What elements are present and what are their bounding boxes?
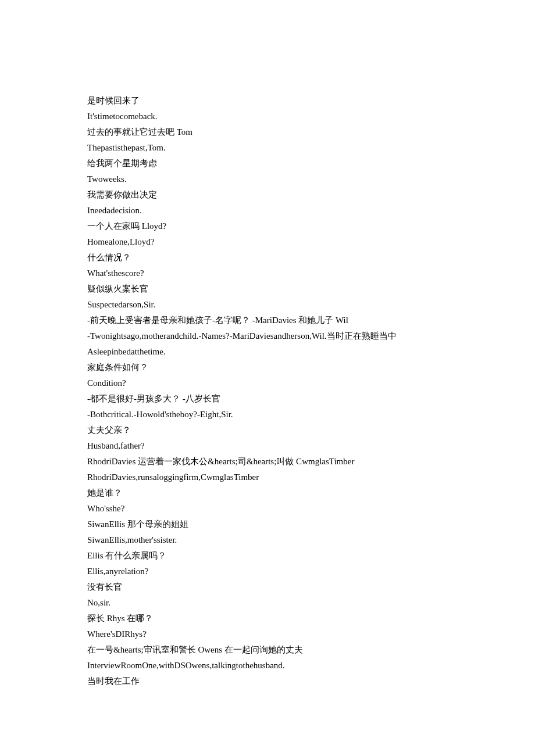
subtitle-line: What'sthescore? bbox=[87, 266, 448, 281]
subtitle-line: 丈夫父亲？ bbox=[87, 422, 448, 438]
subtitle-line: 过去的事就让它过去吧 Tom bbox=[87, 124, 448, 140]
subtitle-line: It'stimetocomeback. bbox=[87, 109, 448, 124]
subtitle-line: 我需要你做出决定 bbox=[87, 187, 448, 203]
subtitle-line: RhodriDavies 运营着一家伐木公&hearts;司&hearts;叫做… bbox=[87, 454, 448, 470]
subtitle-line: 当时我在工作 bbox=[87, 673, 448, 689]
subtitle-line: -前天晚上受害者是母亲和她孩子-名字呢？ -MariDavies 和她儿子 Wi… bbox=[87, 313, 448, 328]
subtitle-line: 探长 Rhys 在哪？ bbox=[87, 611, 448, 626]
subtitle-line: -Twonightsago,motherandchild.-Names?-Mar… bbox=[87, 328, 448, 344]
subtitle-line: No,sir. bbox=[87, 595, 448, 611]
subtitle-line: SiwanEllis,mother'ssister. bbox=[87, 532, 448, 548]
subtitle-line: Ineedadecision. bbox=[87, 203, 448, 218]
subtitle-line: InterviewRoomOne,withDSOwens,talkingtoth… bbox=[87, 658, 448, 673]
document-page: 是时候回来了It'stimetocomeback.过去的事就让它过去吧 TomT… bbox=[0, 0, 535, 736]
subtitle-line: Husband,father? bbox=[87, 438, 448, 454]
subtitle-line: Twoweeks. bbox=[87, 171, 448, 187]
subtitle-line: -都不是很好-男孩多大？ -八岁长官 bbox=[87, 391, 448, 407]
subtitle-line: 在一号&hearts;审讯室和警长 Owens 在一起问询她的丈夫 bbox=[87, 642, 448, 658]
subtitle-line: Condition? bbox=[87, 375, 448, 391]
subtitle-line: Thepastisthepast,Tom. bbox=[87, 140, 448, 156]
subtitle-line: Who'sshe? bbox=[87, 501, 448, 517]
subtitle-line: 什么情况？ bbox=[87, 250, 448, 266]
subtitle-line: 她是谁？ bbox=[87, 485, 448, 501]
subtitle-line: 是时候回来了 bbox=[87, 93, 448, 109]
subtitle-line: Asleepinbedatthetime. bbox=[87, 344, 448, 360]
subtitle-line: Where'sDIRhys? bbox=[87, 626, 448, 642]
subtitle-line: Ellis,anyrelation? bbox=[87, 564, 448, 579]
subtitle-line: Suspectedarson,Sir. bbox=[87, 297, 448, 313]
subtitle-line: -Bothcritical.-Howold'stheboy?-Eight,Sir… bbox=[87, 407, 448, 422]
subtitle-line: RhodriDavies,runsaloggingfirm,CwmglasTim… bbox=[87, 470, 448, 485]
subtitle-line: 疑似纵火案长官 bbox=[87, 281, 448, 297]
subtitle-line: 给我两个星期考虑 bbox=[87, 156, 448, 171]
subtitle-line: SiwanEllis 那个母亲的姐姐 bbox=[87, 517, 448, 532]
subtitle-line: Ellis 有什么亲属吗？ bbox=[87, 548, 448, 564]
subtitle-line: Homealone,Lloyd? bbox=[87, 234, 448, 250]
subtitle-line: 家庭条件如何？ bbox=[87, 360, 448, 375]
subtitle-line: 没有长官 bbox=[87, 579, 448, 595]
subtitle-line: 一个人在家吗 Lloyd? bbox=[87, 218, 448, 234]
